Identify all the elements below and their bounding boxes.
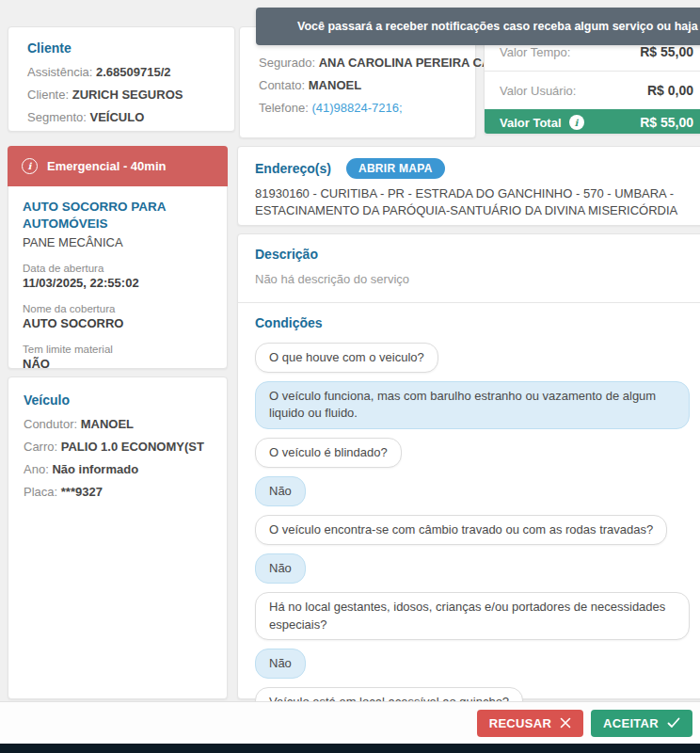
condition-question: O veículo encontra-se com câmbio travado…	[255, 515, 667, 545]
segment-label: Segmento:	[27, 110, 87, 124]
condition-answer: Não	[255, 553, 306, 584]
service-title: AUTO SOCORRO PARA AUTOMÓVEIS	[23, 199, 213, 232]
value-total-row: Valor Total i R$ 55,00	[485, 109, 700, 135]
contact-row: Contato: MANOEL	[259, 74, 456, 97]
driver-label: Condutor:	[24, 417, 77, 431]
value-total-text: Valor Total	[500, 116, 562, 130]
address-card: Endereço(s) ABRIR MAPA 81930160 - CURITI…	[237, 146, 700, 226]
phone-row: Telefone: (41)98824-7216;	[259, 97, 456, 120]
material-limit-value: NÃO	[23, 357, 213, 371]
priority-banner: i Emergencial - 40min	[8, 146, 228, 186]
value-time-amount: R$ 55,00	[640, 44, 693, 59]
info-icon[interactable]: i	[569, 115, 584, 130]
plate-row: Placa: ***9327	[24, 481, 212, 504]
condition-answer: Não	[255, 649, 306, 679]
address-title: Endereço(s)	[255, 161, 331, 176]
coverage-name-label: Nome da cobertura	[23, 303, 213, 314]
client-label: Cliente:	[27, 88, 69, 102]
priority-text: Emergencial - 40min	[47, 159, 166, 173]
conditions-list: O que houve com o veiculo? O veículo fun…	[255, 343, 690, 753]
material-limit-block: Tem limite material NÃO	[23, 344, 213, 371]
client-value: ZURICH SEGUROS	[72, 88, 183, 102]
value-total-amount: R$ 55,00	[640, 115, 693, 130]
plate-label: Placa:	[24, 485, 57, 499]
address-text: 81930160 - CURITIBA - PR - ESTRADA DO GA…	[255, 185, 690, 219]
value-user-row: Valor Usuário: R$ 0,00	[485, 72, 700, 109]
opening-date-block: Data de abertura 11/03/2025, 22:55:02	[23, 263, 213, 290]
priority-info-icon[interactable]: i	[22, 158, 38, 174]
description-empty-text: Não há descrição do serviço	[255, 272, 690, 286]
description-section: Descrição Não há descrição do serviço	[238, 234, 700, 303]
year-row: Ano: Não informado	[24, 458, 212, 481]
phone-link[interactable]: (41)98824-7216;	[311, 101, 402, 115]
address-header: Endereço(s) ABRIR MAPA	[255, 158, 690, 179]
insured-label: Segurado:	[259, 56, 315, 70]
value-user-label: Valor Usuário:	[500, 84, 576, 98]
reject-button[interactable]: RECUSAR	[477, 710, 583, 737]
driver-row: Condutor: MANOEL	[24, 413, 212, 436]
coverage-name-block: Nome da cobertura AUTO SOCORRO	[23, 303, 213, 330]
accept-button-label: ACEITAR	[603, 716, 659, 730]
assistance-value: 2.68509715/2	[96, 65, 171, 79]
service-card: i Emergencial - 40min AUTO SOCORRO PARA …	[8, 146, 228, 369]
value-total-label: Valor Total i	[500, 115, 584, 130]
vehicle-card: Veículo Condutor: MANOEL Carro: PALIO 1.…	[8, 376, 228, 699]
footer-action-bar: RECUSAR ACEITAR	[0, 701, 700, 744]
opening-date-value: 11/03/2025, 22:55:02	[23, 276, 213, 290]
condition-question: O que houve com o veiculo?	[255, 343, 438, 373]
conditions-title: Condições	[255, 315, 690, 330]
plate-value: ***9327	[61, 485, 103, 499]
driver-value: MANOEL	[81, 417, 134, 431]
description-conditions-card: Descrição Não há descrição do serviço Co…	[237, 233, 700, 699]
contact-value: MANOEL	[309, 78, 361, 92]
assistance-number-row: Assistência: 2.68509715/2	[27, 61, 215, 84]
car-value: PALIO 1.0 ECONOMY(ST	[61, 440, 204, 454]
open-map-button[interactable]: ABRIR MAPA	[346, 158, 445, 179]
car-label: Carro:	[24, 440, 57, 454]
insured-row: Segurado: ANA CAROLINA PEREIRA CABRAL	[259, 52, 456, 74]
coverage-name-value: AUTO SOCORRO	[23, 316, 213, 330]
condition-answer: O veículo funciona, mas com barulho estr…	[255, 381, 690, 428]
contact-label: Contato:	[259, 78, 305, 92]
conditions-section: Condições O que houve com o veiculo? O v…	[238, 303, 700, 753]
assistance-label: Assistência:	[27, 65, 92, 79]
client-card-title: Cliente	[27, 40, 215, 56]
close-icon	[560, 717, 571, 729]
phone-label: Telefone:	[259, 101, 309, 115]
opening-date-label: Data de abertura	[23, 263, 213, 274]
condition-question: O veículo é blindado?	[255, 438, 402, 468]
accept-button[interactable]: ACEITAR	[591, 710, 692, 737]
year-label: Ano:	[24, 462, 49, 476]
year-value: Não informado	[52, 462, 138, 476]
car-row: Carro: PALIO 1.0 ECONOMY(ST	[24, 436, 212, 458]
service-subtitle: PANE MECÂNICA	[23, 235, 213, 249]
condition-answer: Não	[255, 476, 306, 506]
notification-banner: Você passará a receber notificações caso…	[256, 8, 700, 45]
check-icon	[667, 717, 680, 729]
condition-question: Há no local gestantes, idosos, crianças …	[255, 592, 690, 639]
segment-value: VEÍCULO	[90, 110, 145, 124]
client-name-row: Cliente: ZURICH SEGUROS	[27, 84, 215, 106]
description-title: Descrição	[255, 247, 690, 262]
notification-text: Você passará a receber notificações caso…	[297, 20, 700, 33]
segment-row: Segmento: VEÍCULO	[27, 106, 215, 129]
material-limit-label: Tem limite material	[23, 344, 213, 355]
client-card: Cliente Assistência: 2.68509715/2 Client…	[8, 26, 235, 132]
value-time-label: Valor Tempo:	[500, 45, 570, 59]
vehicle-card-title: Veículo	[24, 393, 212, 408]
bottom-bar	[0, 744, 700, 753]
reject-button-label: RECUSAR	[489, 716, 551, 730]
value-user-amount: R$ 0,00	[647, 83, 693, 98]
